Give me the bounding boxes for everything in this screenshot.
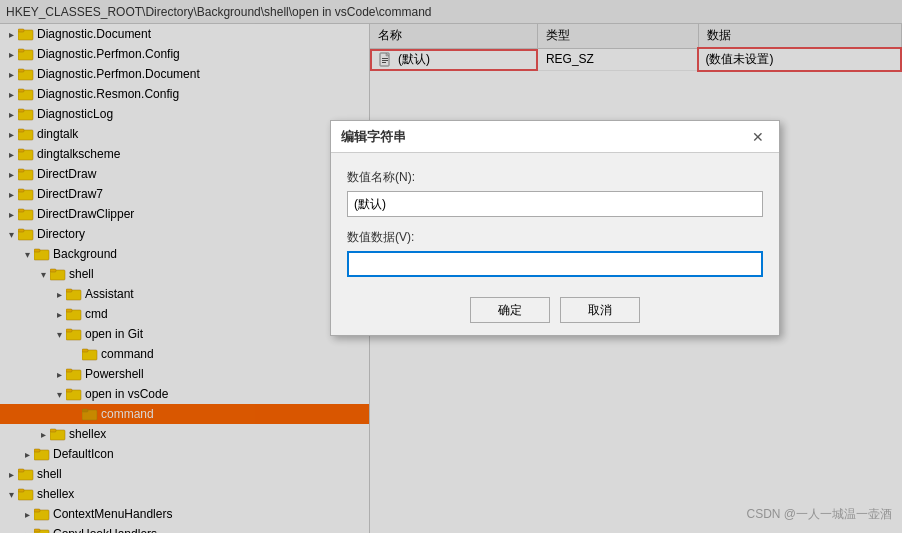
field-data-input[interactable] <box>347 251 763 277</box>
dialog-title: 编辑字符串 <box>341 128 406 146</box>
edit-string-dialog: 编辑字符串 ✕ 数值名称(N): 数值数据(V): 确定 取消 <box>330 120 780 336</box>
field-data-label: 数值数据(V): <box>347 229 763 246</box>
dialog-close-button[interactable]: ✕ <box>747 126 769 148</box>
dialog-body: 数值名称(N): 数值数据(V): 确定 取消 <box>331 153 779 335</box>
cancel-button[interactable]: 取消 <box>560 297 640 323</box>
dialog-buttons: 确定 取消 <box>347 297 763 323</box>
dialog-titlebar: 编辑字符串 ✕ <box>331 121 779 153</box>
field-name-label: 数值名称(N): <box>347 169 763 186</box>
field-name-input[interactable] <box>347 191 763 217</box>
modal-overlay: 编辑字符串 ✕ 数值名称(N): 数值数据(V): 确定 取消 <box>0 0 902 533</box>
ok-button[interactable]: 确定 <box>470 297 550 323</box>
